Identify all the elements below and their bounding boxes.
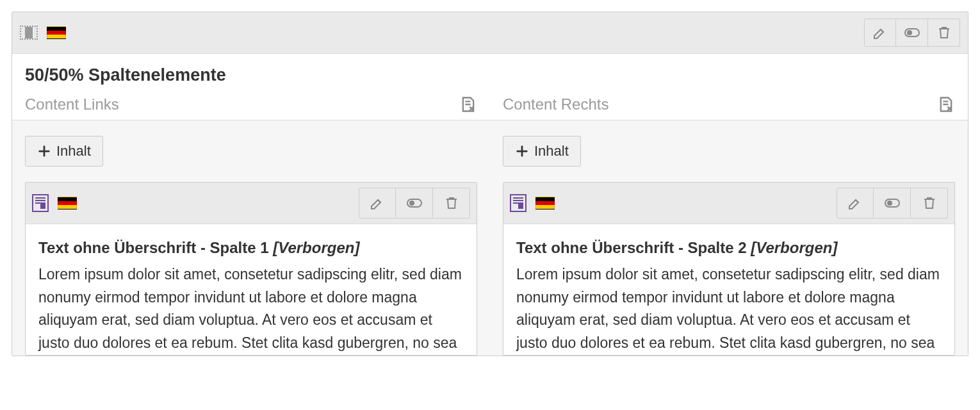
content-type-icon: [32, 194, 49, 212]
card-left-text: Lorem ipsum dolor sit amet, consetetur s…: [38, 263, 464, 355]
add-content-left-button[interactable]: Inhalt: [25, 136, 103, 167]
card-right-title: Text ohne Überschrift - Spalte 2: [516, 239, 747, 256]
content-type-icon: [510, 194, 527, 212]
toggle-card-right-button[interactable]: [874, 188, 911, 218]
delete-button[interactable]: [928, 19, 960, 47]
toggle-icon: [904, 25, 920, 40]
card-right-text: Lorem ipsum dolor sit amet, consetetur s…: [516, 263, 942, 355]
add-content-left-label: Inhalt: [56, 143, 91, 160]
trash-icon: [922, 195, 937, 211]
panel-title: 50/50% Spaltenelemente: [12, 54, 968, 95]
trash-icon: [936, 25, 952, 40]
plus-icon: [515, 144, 529, 158]
document-edit-icon: [459, 95, 477, 113]
column-left-label: Content Links: [25, 95, 119, 113]
add-content-right-label: Inhalt: [534, 143, 569, 160]
edit-card-left-button[interactable]: [359, 188, 396, 218]
toggle-icon: [885, 195, 900, 211]
content-card-right-header: [503, 183, 954, 224]
pencil-icon: [872, 25, 888, 40]
main-panel: 50/50% Spaltenelemente Content Links Con…: [12, 12, 968, 356]
pencil-icon: [847, 195, 863, 211]
content-card-left: Text ohne Überschrift - Spalte 1 [Verbor…: [25, 182, 477, 356]
layout-columns-icon: [20, 26, 38, 40]
toggle-icon: [407, 195, 422, 211]
card-left-title: Text ohne Überschrift - Spalte 1: [38, 239, 269, 256]
flag-de-icon: [47, 26, 66, 39]
edit-button[interactable]: [864, 19, 896, 47]
pencil-icon: [370, 195, 385, 211]
column-right-header: Content Rechts: [503, 95, 955, 113]
card-left-status: [Verborgen]: [273, 239, 359, 256]
content-card-right: Text ohne Überschrift - Spalte 2 [Verbor…: [503, 182, 955, 356]
document-edit-icon: [937, 95, 955, 113]
trash-icon: [444, 195, 459, 211]
content-card-left-header: [26, 183, 477, 224]
flag-de-icon: [535, 197, 555, 209]
flag-de-icon: [58, 197, 77, 209]
columns-body: Inhalt: [12, 120, 968, 356]
column-right-label: Content Rechts: [503, 95, 608, 113]
column-left-header: Content Links: [25, 95, 477, 113]
content-card-left-body: Text ohne Überschrift - Spalte 1 [Verbor…: [26, 224, 477, 355]
add-content-right-button[interactable]: Inhalt: [503, 136, 581, 167]
delete-card-left-button[interactable]: [433, 188, 470, 218]
toggle-visibility-button[interactable]: [896, 19, 928, 47]
edit-card-right-button[interactable]: [837, 188, 874, 218]
card-right-status: [Verborgen]: [751, 239, 837, 256]
toggle-card-left-button[interactable]: [396, 188, 433, 218]
edit-column-left-button[interactable]: [459, 95, 477, 113]
column-right: Inhalt: [503, 136, 955, 356]
main-panel-header: [12, 12, 968, 54]
columns-header: Content Links Content Rechts: [12, 95, 968, 120]
main-panel-actions: [864, 19, 960, 47]
delete-card-right-button[interactable]: [911, 188, 948, 218]
plus-icon: [37, 144, 51, 158]
edit-column-right-button[interactable]: [937, 95, 955, 113]
content-card-right-body: Text ohne Überschrift - Spalte 2 [Verbor…: [503, 224, 954, 355]
column-left: Inhalt: [25, 136, 477, 356]
